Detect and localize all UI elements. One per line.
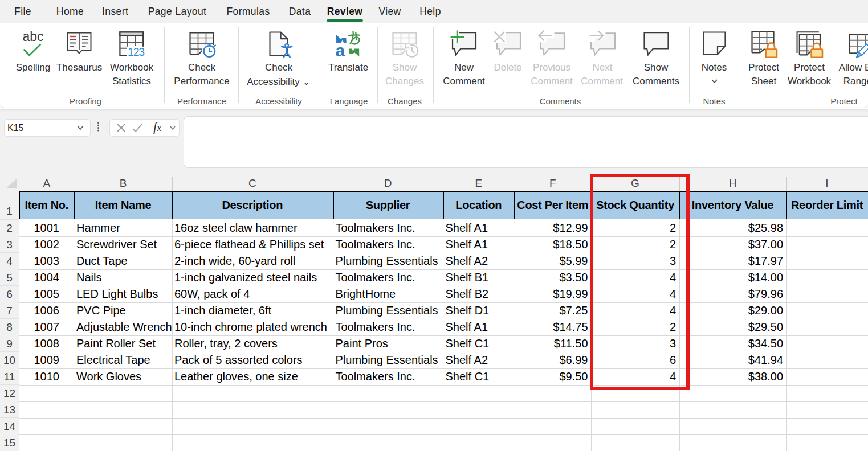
svg-text:a: a	[336, 41, 345, 58]
svg-text:123: 123	[128, 46, 144, 58]
